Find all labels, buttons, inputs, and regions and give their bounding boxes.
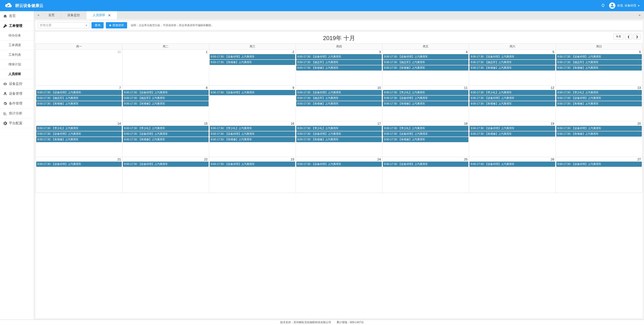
schedule-event[interactable]: 9:00-17:30: 【设备经理】上汽乘用车 xyxy=(383,162,468,167)
calendar-day-cell[interactable]: 249:00-17:30: 【设备经理】上汽乘用车 xyxy=(296,157,382,193)
calendar-day-cell[interactable]: 159:00-17:30: 【李少礼】上汽乘用车9:00-17:30: 【设备经… xyxy=(122,121,209,157)
nav-item[interactable]: 工单管理 xyxy=(0,21,34,31)
schedule-event[interactable]: 9:00-17:30: 【设备经理】上汽乘用车 xyxy=(296,90,382,95)
schedule-event[interactable]: 9:00-17:30: 【设备经理】上汽乘用车 xyxy=(556,54,642,59)
nav-sub-item[interactable]: 人员排班 xyxy=(0,70,34,79)
schedule-event[interactable]: 9:00-17:30: 【设备经理】上汽乘用车 xyxy=(556,162,642,167)
calendar-day-cell[interactable]: 189:00-17:30: 【李少礼】上汽乘用车9:00-17:30: 【设备经… xyxy=(382,121,469,157)
query-button[interactable]: 查询 xyxy=(92,22,104,28)
calendar-day-cell[interactable]: 79:00-17:30: 【设备经理】上汽乘用车9:00-17:30: 【姚志军… xyxy=(36,86,122,121)
calendar-day-cell[interactable]: 209:00-17:30: 【设备经理】上汽乘用车9:00-17:30: 【朱维… xyxy=(556,121,642,157)
schedule-event[interactable]: 9:00-17:30: 【设备经理】上汽乘用车 xyxy=(36,162,122,167)
schedule-event[interactable]: 9:00-17:30: 【朱维修】上汽乘用车 xyxy=(470,132,555,136)
schedule-event[interactable]: 9:00-17:30: 【李少礼】上汽乘用车 xyxy=(36,126,122,131)
calendar-day-cell[interactable]: 59:00-17:30: 【设备经理】上汽乘用车9:00-17:30: 【姚志军… xyxy=(469,50,556,86)
schedule-event[interactable]: 9:00-17:30: 【朱维修】上汽乘用车 xyxy=(296,101,382,106)
schedule-event[interactable]: 9:00-17:30: 【朱维修】上汽乘用车 xyxy=(383,65,468,70)
schedule-event[interactable]: 9:00-17:30: 【李少礼】上汽乘用车 xyxy=(383,126,468,131)
location-select[interactable]: 所有位置 ▾ xyxy=(38,22,89,28)
nav-sub-item[interactable]: 维保计划 xyxy=(0,60,34,70)
schedule-event[interactable]: 9:00-17:30: 【朱维修】上汽乘用车 xyxy=(36,101,122,106)
schedule-event[interactable]: 9:00-17:30: 【设备经理】上汽乘用车 xyxy=(36,132,122,136)
schedule-event[interactable]: 9:00-17:30: 【朱维修】上汽乘用车 xyxy=(556,132,642,136)
schedule-event[interactable]: 9:00-17:30: 【李少礼】上汽乘用车 xyxy=(296,126,382,131)
schedule-event[interactable]: 9:00-17:30: 【设备经理】上汽乘用车 xyxy=(210,132,295,136)
schedule-event[interactable]: 9:00-17:30: 【设备经理】上汽乘用车 xyxy=(210,54,295,59)
calendar-day-cell[interactable]: 139:00-17:30: 【李少礼】上汽乘用车9:00-17:30: 【设备经… xyxy=(556,86,642,121)
schedule-event[interactable]: 9:00-17:30: 【姚志军】上汽乘用车 xyxy=(123,96,208,101)
schedule-event[interactable]: 9:00-17:30: 【朱维修】上汽乘用车 xyxy=(383,101,468,106)
schedule-event[interactable]: 9:00-17:30: 【设备经理】上汽乘用车 xyxy=(210,162,295,167)
schedule-event[interactable]: 9:00-17:30: 【设备经理】上汽乘用车 xyxy=(296,54,382,59)
calendar-day-cell[interactable]: 229:00-17:30: 【设备经理】上汽乘用车 xyxy=(122,157,209,193)
schedule-event[interactable]: 9:00-17:30: 【设备经理】上汽乘用车 xyxy=(123,132,208,136)
calendar-day-cell[interactable]: 99:00-17:30: 【设备经理】上汽乘用车 xyxy=(209,86,296,121)
calendar-day-cell[interactable]: 129:00-17:30: 【李少礼】上汽乘用车9:00-17:30: 【设备经… xyxy=(469,86,556,121)
schedule-event[interactable]: 9:00-17:30: 【姚志军】上汽乘用车 xyxy=(470,60,555,65)
nav-sub-item[interactable]: 工单列表 xyxy=(0,50,34,60)
calendar-day-cell[interactable]: 199:00-17:30: 【设备经理】上汽乘用车9:00-17:30: 【朱维… xyxy=(469,121,556,157)
calendar-day-cell[interactable]: 89:00-17:30: 【设备经理】上汽乘用车9:00-17:30: 【姚志军… xyxy=(122,86,209,121)
nav-item[interactable]: 平台配置 xyxy=(0,118,34,128)
user-menu[interactable]: 欢迎, 设备经理 ▾ xyxy=(609,2,640,9)
nav-item[interactable]: 设备监控 xyxy=(0,79,34,89)
schedule-event[interactable]: 9:00-17:30: 【设备经理】上汽乘用车 xyxy=(470,162,555,167)
calendar-day-cell[interactable]: 119:00-17:30: 【李少礼】上汽乘用车9:00-17:30: 【设备经… xyxy=(382,86,469,121)
schedule-event[interactable]: 9:00-17:30: 【设备经理】上汽乘用车 xyxy=(383,54,468,59)
schedule-event[interactable]: 9:00-17:30: 【姚志军】上汽乘用车 xyxy=(296,96,382,101)
refresh-icon[interactable] xyxy=(601,3,605,8)
schedule-event[interactable]: 9:00-17:30: 【朱维修】上汽乘用车 xyxy=(123,101,208,106)
calendar-day-cell[interactable]: 69:00-17:30: 【设备经理】上汽乘用车9:00-17:30: 【姚志军… xyxy=(556,50,642,86)
calendar-day-cell[interactable]: 149:00-17:30: 【李少礼】上汽乘用车9:00-17:30: 【设备经… xyxy=(36,121,122,157)
schedule-event[interactable]: 9:00-17:30: 【设备经理】上汽乘用车 xyxy=(123,162,208,167)
nav-item[interactable]: 设备管理 xyxy=(0,89,34,99)
tab[interactable]: 设备监控 xyxy=(61,11,86,19)
schedule-event[interactable]: 9:00-17:30: 【李少礼】上汽乘用车 xyxy=(123,126,208,131)
close-icon[interactable]: ✕ xyxy=(108,13,111,18)
schedule-event[interactable]: 9:00-17:30: 【设备经理】上汽乘用车 xyxy=(383,96,468,101)
schedule-event[interactable]: 9:00-17:30: 【朱维修】上汽乘用车 xyxy=(383,137,468,142)
schedule-event[interactable]: 9:00-17:30: 【设备经理】上汽乘用车 xyxy=(556,96,642,101)
add-schedule-button[interactable]: ✚ 添加排班 xyxy=(106,22,127,28)
calendar-day-cell[interactable]: 179:00-17:30: 【李少礼】上汽乘用车9:00-17:30: 【设备经… xyxy=(296,121,382,157)
schedule-event[interactable]: 9:00-17:30: 【李少礼】上汽乘用车 xyxy=(470,90,555,95)
nav-sub-item[interactable]: 待办任务 xyxy=(0,31,34,40)
calendar-day-cell[interactable]: 39:00-17:30: 【设备经理】上汽乘用车9:00-17:30: 【姚志军… xyxy=(296,50,382,86)
schedule-event[interactable]: 9:00-17:30: 【姚志军】上汽乘用车 xyxy=(296,60,382,65)
schedule-event[interactable]: 9:00-17:30: 【设备经理】上汽乘用车 xyxy=(470,54,555,59)
tab[interactable]: 人员排班✕ xyxy=(86,11,117,19)
schedule-event[interactable]: 9:00-17:30: 【姚志军】上汽乘用车 xyxy=(36,96,122,101)
calendar-day-cell[interactable]: 30 xyxy=(36,50,122,86)
schedule-event[interactable]: 9:00-17:30: 【设备经理】上汽乘用车 xyxy=(296,162,382,167)
schedule-event[interactable]: 9:00-17:30: 【李少礼】上汽乘用车 xyxy=(210,126,295,131)
calendar-day-cell[interactable]: 279:00-17:30: 【设备经理】上汽乘用车 xyxy=(556,157,642,193)
tab[interactable]: 首页 xyxy=(42,11,61,19)
schedule-event[interactable]: 9:00-17:30: 【朱维修】上汽乘用车 xyxy=(210,137,295,142)
schedule-event[interactable]: 9:00-17:30: 【设备经理】上汽乘用车 xyxy=(210,90,295,95)
schedule-event[interactable]: 9:00-17:30: 【李少礼】上汽乘用车 xyxy=(556,90,642,95)
calendar-day-cell[interactable]: 29:00-17:30: 【设备经理】上汽乘用车9:00-17:30: 【朱维修… xyxy=(209,50,296,86)
nav-item[interactable]: 备件管理 xyxy=(0,99,34,108)
schedule-event[interactable]: 9:00-17:30: 【设备经理】上汽乘用车 xyxy=(383,132,468,136)
calendar-day-cell[interactable]: 1 xyxy=(122,50,209,86)
schedule-event[interactable]: 9:00-17:30: 【设备经理】上汽乘用车 xyxy=(470,126,555,131)
calendar-day-cell[interactable]: 239:00-17:30: 【设备经理】上汽乘用车 xyxy=(209,157,296,193)
schedule-event[interactable]: 9:00-17:30: 【朱维修】上汽乘用车 xyxy=(296,65,382,70)
schedule-event[interactable]: 9:00-17:30: 【设备经理】上汽乘用车 xyxy=(296,132,382,136)
calendar-day-cell[interactable]: 219:00-17:30: 【设备经理】上汽乘用车 xyxy=(36,157,122,193)
tabs-next-button[interactable] xyxy=(636,11,644,19)
calendar-day-cell[interactable]: 259:00-17:30: 【设备经理】上汽乘用车 xyxy=(382,157,469,193)
schedule-event[interactable]: 9:00-17:30: 【设备经理】上汽乘用车 xyxy=(123,90,208,95)
schedule-event[interactable]: 9:00-17:30: 【朱维修】上汽乘用车 xyxy=(470,101,555,106)
schedule-event[interactable]: 9:00-17:30: 【设备经理】上汽乘用车 xyxy=(470,96,555,101)
nav-item[interactable]: 统计分析 xyxy=(0,108,34,118)
next-month-button[interactable]: ❯ xyxy=(634,34,641,40)
schedule-event[interactable]: 9:00-17:30: 【朱维修】上汽乘用车 xyxy=(296,137,382,142)
schedule-event[interactable]: 9:00-17:30: 【朱维修】上汽乘用车 xyxy=(36,137,122,142)
today-button[interactable]: 今天 xyxy=(613,34,624,40)
schedule-event[interactable]: 9:00-17:30: 【朱维修】上汽乘用车 xyxy=(556,65,642,70)
prev-month-button[interactable]: ❮ xyxy=(625,34,632,40)
calendar-day-cell[interactable]: 269:00-17:30: 【设备经理】上汽乘用车 xyxy=(469,157,556,193)
schedule-event[interactable]: 9:00-17:30: 【朱维修】上汽乘用车 xyxy=(556,101,642,106)
calendar-day-cell[interactable]: 169:00-17:30: 【李少礼】上汽乘用车9:00-17:30: 【设备经… xyxy=(209,121,296,157)
